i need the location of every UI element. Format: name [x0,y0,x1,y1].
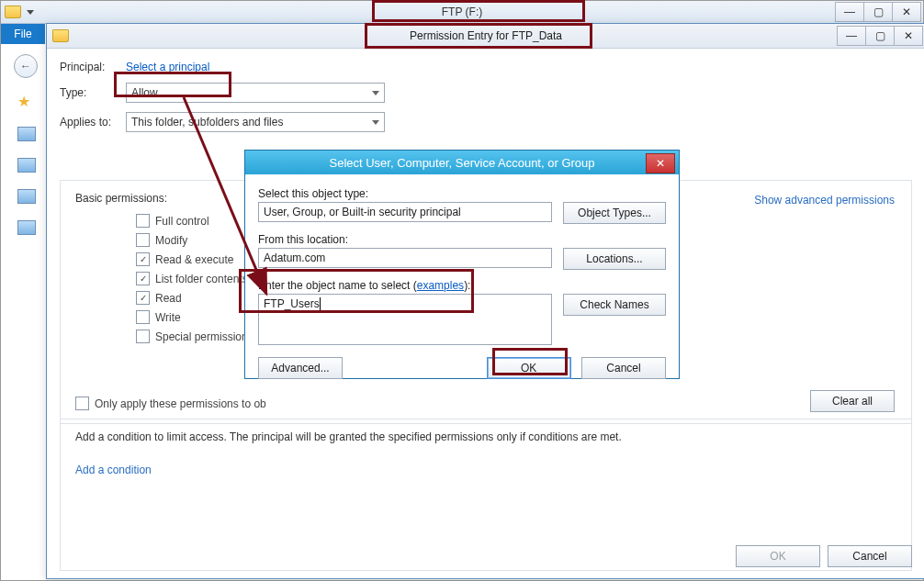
perm-label: Read [155,292,182,305]
principal-label: Principal: [60,61,126,73]
location-value: Adatum.com [264,251,325,264]
folder-icon [52,29,69,42]
explorer-nav-icons: ★ [17,93,36,235]
object-name-input[interactable]: FTP_Users [258,294,552,345]
maximize-button[interactable]: ▢ [865,26,895,46]
dropdown-arrow-icon [372,91,379,95]
minimize-button[interactable]: — [835,2,864,22]
close-button[interactable]: ✕ [894,26,923,46]
checkbox-icon[interactable] [75,397,89,410]
applies-to-value: This folder, subfolders and files [131,116,283,128]
checkbox-icon[interactable] [136,272,150,285]
explorer-titlebar: FTP (F:) — ▢ ✕ [1,1,923,24]
ok-button[interactable]: OK [736,545,820,567]
checkbox-icon[interactable] [136,252,150,266]
select-user-title: Select User, Computer, Service Account, … [329,156,594,170]
file-tab[interactable]: File [1,24,45,44]
type-value: Allow [131,86,158,99]
minimize-button[interactable]: — [837,26,866,46]
favorites-star-icon[interactable]: ★ [17,93,36,110]
type-label: Type: [60,86,126,99]
applies-to-label: Applies to: [60,116,126,128]
checkbox-icon[interactable] [136,214,150,228]
checkbox-icon[interactable] [136,310,150,324]
only-apply-label: Only apply these permissions to ob [95,397,266,410]
cancel-button[interactable]: Cancel [828,545,912,567]
checkbox-icon[interactable] [136,330,150,343]
only-apply-row[interactable]: Only apply these permissions to ob [75,397,266,410]
perm-label: Read & execute [155,253,233,266]
perm-label: Full control [155,215,209,228]
applies-to-select[interactable]: This folder, subfolders and files [126,112,385,132]
check-names-button[interactable]: Check Names [563,294,666,316]
perm-titlebar: Permission Entry for FTP_Data — ▢ ✕ [47,24,924,49]
maximize-button[interactable]: ▢ [863,2,893,22]
type-select[interactable]: Allow [126,83,385,103]
ok-button[interactable]: OK [487,357,571,379]
select-user-dialog: Select User, Computer, Service Account, … [244,150,680,379]
nav-icon[interactable] [17,189,36,204]
object-type-label: Select this object type: [258,187,666,200]
object-type-field: User, Group, or Built-in security princi… [258,202,552,222]
close-button[interactable]: ✕ [646,153,675,173]
perm-label: List folder contents [155,273,248,285]
location-field: Adatum.com [258,248,552,268]
clear-all-button[interactable]: Clear all [810,390,895,412]
nav-icon[interactable] [17,127,36,141]
conditions-message: Add a condition to limit access. The pri… [75,430,896,443]
dropdown-caret-icon[interactable] [27,10,34,15]
perm-label: Special permissions [155,330,254,343]
folder-icon [5,6,21,18]
select-principal-link[interactable]: Select a principal [126,61,209,73]
location-label: From this location: [258,233,666,246]
close-button[interactable]: ✕ [892,2,921,22]
perm-label: Write [155,311,181,324]
advanced-button[interactable]: Advanced... [258,357,343,379]
back-button[interactable]: ← [14,54,38,78]
object-name-value: FTP_Users [264,297,321,310]
explorer-title: FTP (F:) [442,6,482,18]
select-user-titlebar: Select User, Computer, Service Account, … [245,151,679,174]
show-advanced-permissions-link[interactable]: Show advanced permissions [754,194,895,207]
checkbox-icon[interactable] [136,233,150,247]
enter-object-label: Enter the object name to select (example… [258,279,666,292]
perm-title: Permission Entry for FTP_Data [410,29,562,42]
add-condition-link[interactable]: Add a condition [75,464,152,476]
cancel-button[interactable]: Cancel [581,357,666,379]
dropdown-arrow-icon [372,120,379,125]
checkbox-icon[interactable] [136,291,150,305]
object-type-value: User, Group, or Built-in security princi… [264,206,461,218]
perm-label: Modify [155,234,187,247]
object-types-button[interactable]: Object Types... [563,202,666,224]
nav-icon[interactable] [17,158,36,173]
locations-button[interactable]: Locations... [563,248,666,270]
nav-icon[interactable] [17,220,36,235]
examples-link[interactable]: examples [417,279,464,292]
